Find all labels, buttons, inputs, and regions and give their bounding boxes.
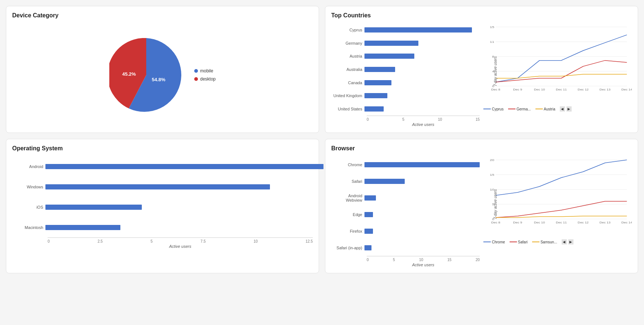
- device-category-content: 54.8% 45.2% mobile desktop: [12, 23, 313, 127]
- bar-row: Germany: [331, 37, 480, 50]
- nav-arrows: ◀▶: [560, 106, 572, 112]
- legend-line-label: Cyprus: [492, 107, 504, 111]
- browser-content: ChromeSafariAndroid WebviewEdgeFirefoxSa…: [331, 156, 632, 267]
- svg-text:20: 20: [490, 158, 494, 161]
- axis-label: 15: [476, 117, 480, 122]
- bar-label: Canada: [331, 81, 364, 85]
- svg-text:Dec 11: Dec 11: [556, 88, 567, 91]
- bar-label: iOS: [12, 205, 45, 209]
- os-axis-title: Active users: [48, 244, 313, 249]
- bar-fill: [364, 41, 418, 46]
- bar-track: [364, 80, 480, 85]
- legend-line-item: Chrome: [483, 240, 505, 244]
- bar-label: United States: [331, 107, 364, 111]
- bar-track: [364, 212, 480, 217]
- countries-y-label: 7-day active users: [493, 56, 497, 86]
- prev-arrow[interactable]: ◀: [562, 239, 567, 244]
- bar-row: Macintosh: [12, 217, 313, 237]
- bar-fill: [364, 80, 391, 85]
- legend-mobile: mobile: [194, 68, 216, 73]
- top-countries-title: Top Countries: [331, 12, 632, 19]
- axis-label: 0: [48, 239, 50, 243]
- axis-label: 5: [393, 258, 395, 262]
- legend-desktop-dot: [194, 77, 198, 81]
- svg-text:Dec 9: Dec 9: [513, 88, 522, 91]
- bar-fill: [364, 195, 376, 201]
- bar-row: United States: [331, 102, 480, 116]
- next-arrow[interactable]: ▶: [568, 239, 573, 244]
- bar-track: [364, 195, 480, 201]
- legend-line-item: Samsun...: [532, 240, 557, 244]
- browser-bar-chart-section: ChromeSafariAndroid WebviewEdgeFirefoxSa…: [331, 156, 480, 267]
- svg-text:Dec 10: Dec 10: [534, 88, 545, 91]
- legend-line-color: [535, 109, 543, 109]
- svg-text:Dec 8: Dec 8: [491, 88, 500, 91]
- bar-row: Chrome: [331, 156, 480, 173]
- axis-label: 0: [367, 117, 369, 122]
- axis-label: 12.5: [306, 239, 313, 243]
- axis-label: 10: [254, 239, 258, 243]
- pie-chart: 54.8% 45.2%: [109, 38, 183, 112]
- bar-fill: [364, 212, 373, 217]
- bar-label: Austria: [331, 54, 364, 58]
- bar-track: [364, 54, 480, 59]
- bar-label: Chrome: [331, 162, 364, 167]
- bar-fill: [364, 245, 371, 250]
- bar-fill: [364, 67, 395, 72]
- legend-line-label: Safari: [518, 240, 528, 244]
- svg-text:Dec 12: Dec 12: [578, 88, 589, 91]
- axis-label: 7.5: [201, 239, 206, 243]
- bar-track: [364, 229, 480, 234]
- legend-line-color: [483, 109, 491, 109]
- bar-fill: [364, 162, 480, 167]
- bar-track: [45, 164, 313, 169]
- bar-track: [364, 245, 480, 250]
- bar-label: Safari: [331, 179, 364, 184]
- svg-text:Dec 11: Dec 11: [556, 221, 567, 224]
- bar-label: Edge: [331, 212, 364, 217]
- bar-track: [45, 205, 313, 210]
- legend-desktop-label: desktop: [200, 76, 216, 82]
- svg-text:11: 11: [490, 40, 494, 43]
- bar-label: Safari (in-app): [331, 246, 364, 250]
- countries-bar-chart: CyprusGermanyAustriaAustraliaCanadaUnite…: [331, 23, 480, 127]
- svg-text:15: 15: [490, 173, 494, 176]
- svg-text:Dec 13: Dec 13: [600, 88, 611, 91]
- bar-track: [364, 67, 480, 72]
- bar-row: Firefox: [331, 223, 480, 239]
- bar-label: Firefox: [331, 229, 364, 233]
- bar-row: Windows: [12, 177, 313, 197]
- bar-track: [364, 41, 480, 46]
- nav-arrows: ◀▶: [562, 239, 573, 244]
- bar-label: Australia: [331, 67, 364, 72]
- bar-fill: [364, 106, 384, 112]
- next-arrow[interactable]: ▶: [566, 106, 572, 112]
- browser-line-chart-section: 7-day active users 05101520Dec 8Dec 9Dec…: [483, 156, 632, 267]
- countries-line-chart-section: 7-day active users 0481115Dec 8Dec 9Dec …: [483, 23, 632, 127]
- legend-line-color: [483, 242, 491, 242]
- countries-axis-title: Active users: [367, 122, 480, 127]
- browser-title: Browser: [331, 145, 632, 152]
- prev-arrow[interactable]: ◀: [560, 106, 565, 112]
- bar-track: [364, 93, 480, 98]
- bar-track: [45, 184, 313, 189]
- legend-line-color: [508, 109, 515, 109]
- bar-fill: [45, 225, 120, 230]
- legend-line-color: [532, 242, 539, 242]
- bar-row: Cyprus: [331, 23, 480, 37]
- axis-label: 10: [419, 258, 423, 262]
- legend-line-item: Germa...: [508, 107, 531, 111]
- bar-label: Cyprus: [331, 28, 364, 32]
- legend-line-label: Germa...: [517, 107, 531, 111]
- bar-row: Australia: [331, 63, 480, 76]
- axis-label: 5: [402, 117, 404, 122]
- bar-row: Safari (in-app): [331, 239, 480, 256]
- bar-fill: [364, 54, 414, 59]
- bar-row: Android: [12, 156, 313, 177]
- bar-track: [364, 179, 480, 184]
- bar-label: United Kingdom: [331, 93, 364, 98]
- legend-line-color: [510, 242, 517, 242]
- axis-label: 15: [447, 258, 451, 262]
- bar-row: Austria: [331, 49, 480, 63]
- dashboard: Device Category 54.8% 45.2% mobil: [6, 6, 638, 273]
